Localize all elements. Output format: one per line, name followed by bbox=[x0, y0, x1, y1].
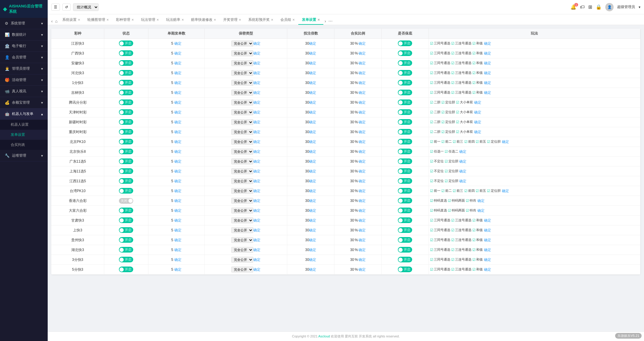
tab-nav-left[interactable]: ‹ bbox=[50, 18, 54, 25]
cell-status[interactable]: 开启 bbox=[104, 127, 148, 137]
toggle-on[interactable]: 开启 bbox=[119, 60, 133, 66]
tab-close-play-manage[interactable]: ✕ bbox=[156, 18, 159, 21]
confirm-ratio-button[interactable]: 确定 bbox=[359, 228, 366, 233]
play-tag[interactable]: ☑三连号通选 bbox=[451, 238, 471, 242]
bottom-toggle-on[interactable]: 开启 bbox=[398, 99, 412, 105]
tab-play-manage[interactable]: 玩法管理 ✕ bbox=[137, 15, 162, 25]
confirm-mult-button[interactable]: 确定 bbox=[309, 238, 316, 243]
play-tag[interactable]: ☑二胆 bbox=[430, 100, 440, 105]
toggle-on[interactable]: 开启 bbox=[119, 139, 133, 144]
confirm-ratio-button[interactable]: 确定 bbox=[359, 149, 366, 154]
play-tag[interactable]: ☑三连号通选 bbox=[451, 41, 471, 46]
toggle-on[interactable]: 开启 bbox=[119, 41, 133, 46]
play-checkbox[interactable]: ☑ bbox=[466, 208, 469, 213]
play-checkbox[interactable]: ☑ bbox=[451, 267, 454, 272]
play-checkbox[interactable]: ☑ bbox=[472, 267, 476, 272]
secret-select[interactable]: 完全公开 bbox=[231, 149, 253, 155]
tab-close-quick-odds[interactable]: ✕ bbox=[214, 18, 216, 21]
bottom-toggle-on[interactable]: 开启 bbox=[398, 90, 412, 95]
cell-status[interactable]: 开启 bbox=[104, 265, 148, 275]
bottom-toggle-on[interactable]: 开启 bbox=[398, 188, 412, 194]
play-tag[interactable]: ☑大小单双 bbox=[456, 100, 473, 105]
confirm-mult-button[interactable]: 确定 bbox=[309, 179, 316, 184]
play-checkbox[interactable]: ☑ bbox=[451, 91, 454, 95]
play-tag[interactable]: ☑定位胆 bbox=[487, 139, 501, 144]
play-tag[interactable]: ☑前一 bbox=[430, 189, 440, 193]
bottom-toggle-on[interactable]: 开启 bbox=[398, 50, 412, 56]
confirm-mult-button[interactable]: 确定 bbox=[309, 90, 316, 95]
play-checkbox[interactable]: ☑ bbox=[430, 91, 433, 95]
confirm-secret-button[interactable]: 确定 bbox=[253, 159, 260, 164]
play-checkbox[interactable]: ☑ bbox=[451, 228, 454, 232]
secret-select[interactable]: 完全公开 bbox=[231, 80, 253, 86]
cell-secret[interactable]: 完全公开确定 bbox=[204, 235, 287, 245]
confirm-mult-button[interactable]: 确定 bbox=[309, 159, 316, 164]
secret-select[interactable]: 完全公开 bbox=[231, 109, 253, 115]
avatar[interactable]: 👤 bbox=[605, 3, 614, 11]
confirm-count-button[interactable]: 确定 bbox=[174, 90, 181, 95]
confirm-plays-button[interactable]: 确定 bbox=[459, 179, 466, 184]
cell-bottom[interactable]: 开启 bbox=[381, 245, 429, 255]
cell-secret[interactable]: 完全公开确定 bbox=[204, 78, 287, 88]
confirm-ratio-button[interactable]: 确定 bbox=[359, 218, 366, 223]
play-tag[interactable]: ☑定位胆 bbox=[445, 179, 458, 183]
play-checkbox[interactable]: ☑ bbox=[430, 140, 433, 144]
tab-close-system[interactable]: ✕ bbox=[78, 18, 80, 21]
play-tag[interactable]: ☑前五 bbox=[476, 139, 486, 144]
confirm-ratio-button[interactable]: 确定 bbox=[359, 179, 366, 184]
tab-carousel[interactable]: 轮播图管理 ✕ bbox=[84, 15, 112, 25]
play-tag[interactable]: ☑大小单双 bbox=[456, 130, 473, 134]
cell-bottom[interactable]: 开启 bbox=[381, 88, 429, 98]
cell-secret[interactable]: 完全公开确定 bbox=[204, 68, 287, 78]
play-checkbox[interactable]: ☑ bbox=[451, 238, 454, 242]
lock-icon[interactable]: 🔒 bbox=[596, 4, 602, 10]
confirm-count-button[interactable]: 确定 bbox=[174, 179, 181, 184]
play-tag[interactable]: ☑前五 bbox=[476, 189, 486, 193]
toggle-on[interactable]: 开启 bbox=[119, 247, 133, 253]
play-tag[interactable]: ☑前一 bbox=[430, 139, 440, 144]
play-tag[interactable]: ☑特肖 bbox=[466, 198, 476, 203]
cell-bottom[interactable]: 开启 bbox=[381, 225, 429, 235]
cell-status[interactable]: 开启 bbox=[104, 78, 148, 88]
cell-bottom[interactable]: 开启 bbox=[381, 58, 429, 68]
confirm-secret-button[interactable]: 确定 bbox=[253, 61, 260, 66]
play-tag[interactable]: ☑特码直选 bbox=[430, 198, 447, 203]
cell-status[interactable]: 开启 bbox=[104, 68, 148, 78]
confirm-mult-button[interactable]: 确定 bbox=[309, 247, 316, 253]
toggle-on[interactable]: 开启 bbox=[119, 257, 133, 262]
play-checkbox[interactable]: ☑ bbox=[466, 199, 469, 203]
confirm-count-button[interactable]: 确定 bbox=[174, 159, 181, 164]
confirm-plays-button[interactable]: 确定 bbox=[484, 80, 491, 85]
confirm-count-button[interactable]: 确定 bbox=[174, 130, 181, 135]
toggle-on[interactable]: 开启 bbox=[119, 168, 133, 174]
cell-bottom[interactable]: 开启 bbox=[381, 206, 429, 216]
tab-order-settings[interactable]: 发单设置 ✕ bbox=[298, 15, 323, 25]
cell-bottom[interactable]: 开启 bbox=[381, 78, 429, 88]
secret-select[interactable]: 完全公开 bbox=[231, 168, 253, 174]
cell-bottom[interactable]: 开启 bbox=[381, 108, 429, 117]
confirm-secret-button[interactable]: 确定 bbox=[253, 247, 260, 253]
confirm-count-button[interactable]: 确定 bbox=[174, 267, 181, 272]
play-checkbox[interactable]: ☑ bbox=[472, 61, 476, 65]
confirm-ratio-button[interactable]: 确定 bbox=[359, 61, 366, 66]
play-tag[interactable]: ☑三连号通选 bbox=[451, 80, 471, 85]
sidebar-item-ops[interactable]: 🔧 运维管理 ▾ bbox=[0, 150, 48, 161]
play-tag[interactable]: ☑和值 bbox=[472, 247, 483, 252]
confirm-mult-button[interactable]: 确定 bbox=[309, 139, 316, 144]
cell-status[interactable]: 开启 bbox=[104, 98, 148, 108]
bottom-toggle-on[interactable]: 开启 bbox=[398, 247, 412, 253]
confirm-plays-button[interactable]: 确定 bbox=[474, 110, 481, 115]
toggle-on[interactable]: 开启 bbox=[119, 119, 133, 125]
confirm-plays-button[interactable]: 确定 bbox=[484, 228, 491, 233]
confirm-mult-button[interactable]: 确定 bbox=[309, 51, 316, 56]
confirm-ratio-button[interactable]: 确定 bbox=[359, 110, 366, 115]
play-checkbox[interactable]: ☑ bbox=[430, 159, 433, 164]
sidebar-sub-item-robot-settings[interactable]: 机器人设置 bbox=[0, 120, 48, 130]
confirm-count-button[interactable]: 确定 bbox=[174, 228, 181, 233]
play-tag[interactable]: ☑三同号通选 bbox=[430, 90, 450, 95]
cell-status[interactable]: 开启 bbox=[104, 39, 148, 49]
bottom-toggle-on[interactable]: 开启 bbox=[398, 70, 412, 76]
confirm-count-button[interactable]: 确定 bbox=[174, 100, 181, 105]
confirm-plays-button[interactable]: 确定 bbox=[459, 149, 466, 154]
layout-icon[interactable]: ⊞ bbox=[588, 4, 592, 10]
